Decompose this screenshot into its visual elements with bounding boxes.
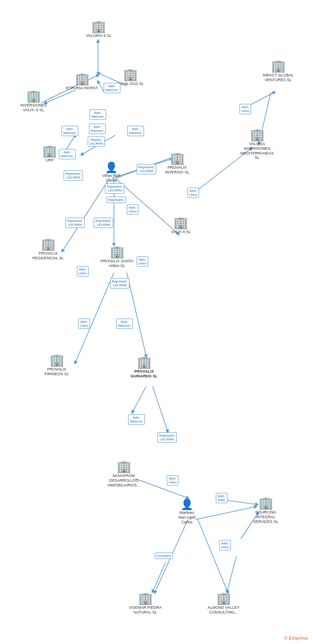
badge-represent-guinardo-lower: Represent.143 RRM	[157, 432, 177, 443]
watermark: © Empresa	[284, 635, 308, 641]
badge-adm-unico-novaprom: Adm.Unico	[167, 475, 178, 486]
badge-represent-3: Represent.143 RRM	[105, 183, 124, 194]
person-vinas-rich: 👤 Viñas RichCarlos	[102, 162, 121, 183]
company-label-provalix-inversio: PROVALIX INVERSIO SL	[160, 165, 194, 175]
person-icon-vinas-rich: 👤	[105, 162, 118, 173]
company-label-novaprom: NOVAPROM DESARROLLOS INMOBILIARIOS...	[107, 474, 141, 487]
building-icon-provalix-pirineos: 🏢	[49, 354, 64, 366]
badge-represent-santa-anna: Represent.143 RRM	[110, 278, 129, 289]
svg-line-7	[115, 178, 178, 234]
svg-line-17	[196, 507, 256, 519]
company-almond-valley: 🏢 ALMOND VALLEY CONSULTING...	[206, 592, 241, 615]
company-label-valixsa: VALIXSA INVERSIONES MEDITERRANEAS SL	[240, 142, 274, 160]
badge-adm-mancom-5: Adm.Mancom.	[61, 126, 78, 136]
badge-adm-mancom-2: Adm.Mancom.	[89, 109, 106, 120]
svg-line-26	[153, 562, 166, 592]
building-icon-provalix-santa-anna: 🏢	[110, 246, 125, 258]
building-icon-valixsa: 🏢	[250, 129, 265, 141]
badge-adm-mancom-guinardo-lower: Adm.Mancom.	[128, 414, 145, 425]
person-icon-martinez: 👤	[181, 499, 193, 510]
badge-represent-4: Represent.143 RRM	[137, 164, 156, 174]
company-label-etruria: ETRURIA INVEST	[66, 86, 98, 91]
building-icon-provalix-guinardo: 🏢	[137, 356, 152, 368]
badge-adm-unico-2: Adm.Unico	[187, 188, 199, 198]
building-icon-valorix6: 🏢	[91, 21, 106, 33]
person-martinez: 👤 MartinezMari AgellCarlos	[178, 499, 196, 524]
svg-line-11	[127, 273, 146, 356]
person-label-vinas-rich: Viñas RichCarlos	[102, 173, 121, 183]
company-etruria: 🏢 ETRURIA INVEST	[66, 73, 98, 91]
svg-line-6	[62, 178, 110, 251]
company-label-vizan2010: VIZAN 2010 SL	[117, 82, 144, 86]
building-icon-valix8: 🏢	[173, 217, 188, 229]
company-label-sourcing-integral: SOURCING INTEGRAL SERVICES SL	[249, 510, 283, 524]
company-provalix-residencial: 🏢 PROVALIX RESIDENCIAL SL	[31, 238, 65, 261]
company-urp: 🏢 URP	[42, 145, 57, 163]
company-valorix6: 🏢 VALORIX 6 SL	[86, 21, 111, 38]
building-icon-sourcing-integral: 🏢	[258, 497, 273, 509]
badge-adm-mancom-1: Adm.Mancom.	[104, 83, 120, 93]
company-label-urp: URP	[46, 158, 54, 163]
svg-line-14	[135, 479, 188, 498]
badge-adm-unico-santaanna: Adm.Unico	[137, 256, 148, 267]
badge-adm-mancom-3: Adm.Mancom.	[89, 124, 106, 134]
company-label-almond-valley: ALMOND VALLEY CONSULTING...	[206, 605, 241, 615]
company-visemar: 🏢 VISEMAR PIEDRA NATURAL SL	[128, 592, 163, 615]
svg-line-13	[153, 386, 168, 431]
svg-line-10	[75, 273, 114, 363]
company-label-provalix-santa-anna: PROVALIX SANTA ANNA SL	[100, 259, 134, 268]
company-valixsa: 🏢 VALIXSA INVERSIONES MEDITERRANEAS SL	[240, 129, 274, 160]
badge-represent-1: Repres.143 RRM	[88, 137, 105, 147]
building-icon-novaprom: 🏢	[117, 461, 132, 473]
building-icon-impact-global: 🏢	[271, 60, 286, 72]
badge-adm-mancom-6: Adm.Mancom.	[127, 126, 144, 136]
company-label-valix8: VALIX 8 SL	[171, 230, 191, 234]
badge-adm-unico-residencial: Adm.Unico	[77, 266, 89, 276]
badge-consejero: Consejero	[155, 553, 173, 559]
badge-adm-unico-pirineos: Adm.Unico	[78, 319, 90, 329]
company-vizan2010: 🏢 VIZAN 2010 SL	[117, 69, 144, 86]
svg-line-19	[98, 82, 104, 92]
building-icon-almond-valley: 🏢	[216, 592, 231, 605]
badge-represent-7: Represent.143 RRM	[94, 218, 113, 228]
building-icon-provalix-residencial: 🏢	[41, 238, 56, 250]
company-inversiones-valix6: 🏢 INVERSIONES VALIX- 6 SL	[16, 90, 51, 112]
badge-adm-unico-almond: Adm.Unico	[219, 540, 231, 550]
person-label-martinez: MartinezMari AgellCarlos	[178, 510, 196, 524]
company-label-visemar: VISEMAR PIEDRA NATURAL SL	[128, 605, 163, 615]
company-label-inversiones-valix6: INVERSIONES VALIX- 6 SL	[16, 103, 51, 112]
company-sourcing-integral: 🏢 SOURCING INTEGRAL SERVICES SL	[249, 497, 283, 524]
company-label-valorix6: VALORIX 6 SL	[86, 33, 111, 38]
company-label-provalix-residencial: PROVALIX RESIDENCIAL SL	[31, 251, 65, 261]
badge-adm-solid: Adm.Solid.	[216, 493, 227, 503]
building-icon-etruria: 🏢	[75, 73, 90, 85]
badge-adm-mancom-4: Adm.Mancom.	[59, 149, 76, 159]
company-provalix-pirineos: 🏢 PROVALIX PIRINEOS SL	[40, 354, 74, 377]
company-valix8: 🏢 VALIX 8 SL	[171, 217, 191, 234]
company-provalix-santa-anna: 🏢 PROVALIX SANTA ANNA SL	[100, 246, 134, 268]
company-novaprom: 🏢 NOVAPROM DESARROLLOS INMOBILIARIOS...	[107, 461, 141, 487]
company-provalix-inversio: 🏢 PROVALIX INVERSIO SL	[160, 152, 194, 175]
svg-line-27	[227, 556, 236, 592]
badge-represent-5: Represent.	[107, 197, 126, 203]
company-label-provalix-pirineos: PROVALIX PIRINEOS SL	[40, 367, 74, 377]
building-icon-provalix-inversio: 🏢	[170, 152, 185, 164]
svg-line-16	[198, 519, 228, 592]
badge-represent-2: Represent.143 RRM	[64, 170, 83, 181]
svg-line-12	[132, 386, 146, 412]
badge-adm-mancom-guinardo: Adm.Mancom.	[116, 319, 133, 329]
badge-adm-unico-impact: Adm.Unico	[239, 104, 251, 114]
building-icon-urp: 🏢	[42, 145, 57, 157]
badge-adm-unico-1: Adm.Unico	[127, 204, 138, 215]
badge-represent-6: Represent.143 RRM	[65, 218, 85, 228]
company-label-impact-global: IMPACT GLOBAL VENTURES SL	[261, 73, 295, 82]
building-icon-vizan2010: 🏢	[123, 69, 138, 81]
company-impact-global: 🏢 IMPACT GLOBAL VENTURES SL	[261, 60, 295, 82]
building-icon-inversiones-valix6: 🏢	[26, 90, 41, 102]
company-provalix-guinardo: 🏢 PROVALIX GUINARDO SL	[127, 356, 161, 379]
company-label-provalix-guinardo: PROVALIX GUINARDO SL	[127, 369, 161, 379]
building-icon-visemar: 🏢	[138, 592, 153, 605]
